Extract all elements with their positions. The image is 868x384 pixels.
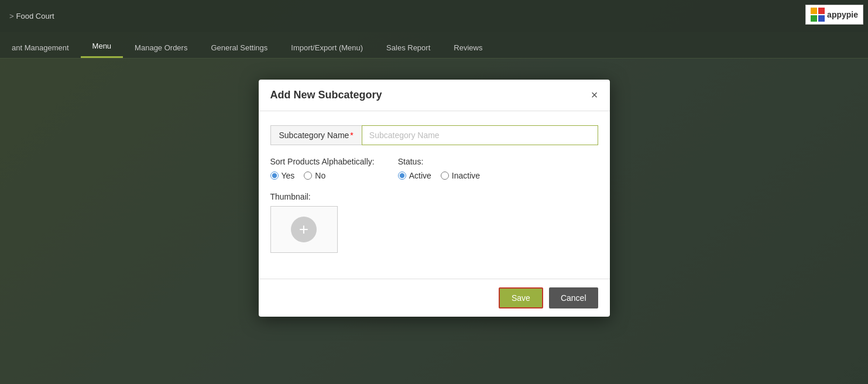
status-label: Status: (398, 157, 480, 166)
modal-footer: Save Cancel (259, 279, 610, 317)
sort-no-radio[interactable] (304, 172, 312, 180)
thumbnail-label: Thumbnail: (270, 192, 598, 201)
status-group: Status: Active Inactive (398, 157, 480, 180)
sort-products-label: Sort Products Alphabetically: (270, 157, 375, 166)
modal-close-button[interactable]: × (591, 89, 598, 101)
options-row: Sort Products Alphabetically: Yes No (270, 157, 598, 180)
required-asterisk: * (350, 131, 353, 140)
cancel-button[interactable]: Cancel (549, 287, 598, 308)
sort-no-label[interactable]: No (304, 171, 325, 180)
thumbnail-section: Thumbnail: + (270, 192, 598, 253)
status-inactive-label[interactable]: Inactive (441, 171, 480, 180)
status-active-radio[interactable] (398, 172, 406, 180)
thumbnail-plus-icon: + (291, 217, 317, 242)
status-active-label[interactable]: Active (398, 171, 431, 180)
add-subcategory-modal: Add New Subcategory × Subcategory Name *… (259, 80, 610, 317)
status-radio-group: Active Inactive (398, 171, 480, 180)
modal-body: Subcategory Name * Sort Products Alphabe… (259, 111, 610, 279)
modal-title: Add New Subcategory (270, 89, 382, 101)
save-button[interactable]: Save (499, 287, 543, 308)
sort-yes-radio[interactable] (270, 172, 279, 180)
modal-header: Add New Subcategory × (259, 80, 610, 111)
subcategory-name-label: Subcategory Name * (270, 125, 362, 145)
thumbnail-upload-box[interactable]: + (270, 206, 338, 253)
subcategory-name-row: Subcategory Name * (270, 125, 598, 145)
sort-products-group: Sort Products Alphabetically: Yes No (270, 157, 375, 180)
subcategory-name-input[interactable] (362, 125, 598, 145)
status-inactive-radio[interactable] (441, 172, 449, 180)
sort-yes-label[interactable]: Yes (270, 171, 295, 180)
sort-products-radio-group: Yes No (270, 171, 375, 180)
modal-backdrop: Add New Subcategory × Subcategory Name *… (0, 0, 868, 384)
